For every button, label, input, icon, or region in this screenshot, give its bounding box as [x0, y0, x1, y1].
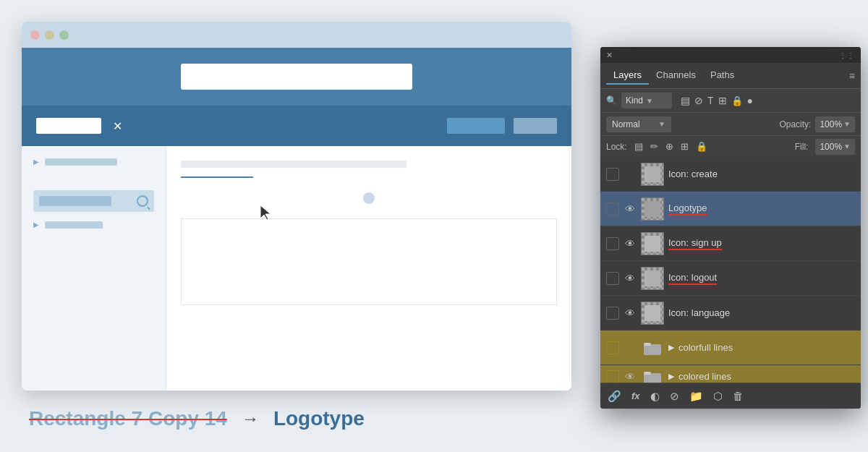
layer-name-colored: colored lines	[678, 371, 855, 382]
layer-folder-colored	[641, 365, 664, 383]
layer-checkbox-create[interactable]	[606, 168, 619, 181]
mockup-header	[22, 48, 571, 106]
opacity-label: Opacity:	[779, 119, 811, 129]
sidebar-row-1: ▶	[33, 158, 154, 166]
filter-icon-dot: ●	[747, 95, 753, 106]
lock-icon-image[interactable]: ▤	[634, 141, 643, 152]
layer-name-logout: Icon: logout	[668, 272, 855, 285]
sidebar-search-bar	[39, 196, 111, 206]
layer-name-signup: Icon: sign up	[668, 237, 855, 250]
panel-link-icon[interactable]: 🔗	[608, 390, 621, 403]
panel-lock-row: Lock: ▤ ✏ ⊕ ⊞ 🔒 Fill: 100% ▼	[600, 135, 861, 157]
mockup-line-1	[181, 161, 407, 168]
panel-folder-icon[interactable]: 📁	[689, 390, 703, 403]
layer-thumb-language	[641, 302, 664, 325]
tab-channels[interactable]: Channels	[649, 67, 703, 85]
layer-name-signup-text: Icon: sign up	[668, 237, 722, 250]
layer-name-colorful: colorfull lines	[678, 342, 855, 353]
layer-checkbox-logotype[interactable]	[606, 202, 619, 216]
original-layer-name: Rectangle 7 Copy 14	[29, 407, 227, 430]
layer-row-logotype[interactable]: 👁 Logotype	[600, 192, 861, 226]
filter-dropdown-arrow: ▼	[646, 97, 653, 105]
layer-checkbox-logout[interactable]	[606, 272, 619, 285]
panel-fx-icon[interactable]: fx	[631, 391, 640, 401]
panel-delete-icon[interactable]: 🗑	[733, 390, 744, 402]
lock-icon-artboard[interactable]: ⊞	[681, 141, 689, 152]
panel-tabs: Layers Channels Paths ≡	[600, 63, 861, 89]
panel-filter-row: 🔍 Kind ▼ ▤ ⊘ T ⊞ 🔒 ●	[600, 89, 861, 112]
layer-eye-logotype[interactable]: 👁	[624, 203, 637, 215]
rename-arrow: →	[242, 409, 259, 429]
panel-drag-handle: ⋮⋮	[839, 51, 855, 59]
traffic-light-red	[30, 30, 40, 40]
mockup-search-bar	[181, 64, 412, 90]
sidebar-search	[33, 190, 154, 212]
svg-rect-3	[644, 373, 661, 383]
panel-blend-row: Normal ▼ Opacity: 100% ▼	[600, 112, 861, 135]
traffic-light-green	[59, 30, 69, 40]
layers-panel: ✕ ⋮⋮ Layers Channels Paths ≡ 🔍 Kind ▼ ▤ …	[600, 47, 861, 409]
layer-checkbox-language[interactable]	[606, 307, 619, 320]
layer-row-language[interactable]: 👁 Icon: language	[600, 296, 861, 331]
layer-thumb-signup	[641, 232, 664, 255]
opacity-dropdown-arrow: ▼	[843, 120, 851, 128]
panel-artboard-icon[interactable]: ⬡	[713, 390, 723, 403]
svg-marker-0	[260, 205, 271, 220]
panel-menu-icon[interactable]: ≡	[849, 70, 855, 82]
fill-value[interactable]: 100% ▼	[815, 139, 855, 155]
opacity-value[interactable]: 100% ▼	[815, 116, 855, 132]
layer-row-signup[interactable]: 👁 Icon: sign up	[600, 226, 861, 261]
filter-icon-shape: ⊞	[718, 95, 727, 106]
filter-icon-lock: 🔒	[731, 95, 743, 106]
lock-icon-lock[interactable]: 🔒	[696, 141, 707, 152]
layer-folder-colorful	[641, 336, 664, 359]
layer-eye-logout[interactable]: 👁	[624, 273, 637, 284]
traffic-light-yellow	[45, 30, 54, 40]
layer-eye-colored[interactable]: 👁	[624, 371, 637, 383]
mockup-titlebar	[22, 22, 571, 48]
lock-label: Lock:	[606, 142, 627, 152]
fill-label: Fill:	[795, 142, 809, 152]
sidebar-row-2: ▶	[33, 221, 154, 229]
layer-thumb-create	[641, 163, 664, 186]
cursor-icon	[259, 204, 273, 221]
nav-item-1	[36, 118, 101, 134]
lock-icon-move[interactable]: ⊕	[665, 141, 673, 152]
layer-eye-signup[interactable]: 👁	[624, 238, 637, 250]
layers-list: Icon: create 👁 Logotype 👁 Icon: sign up	[600, 157, 861, 383]
layer-row-create[interactable]: Icon: create	[600, 157, 861, 192]
layer-checkbox-colored[interactable]	[606, 370, 619, 383]
mockup-divider	[181, 176, 253, 178]
layer-checkbox-signup[interactable]	[606, 237, 619, 250]
mockup-content: ▶ ▶	[22, 146, 571, 391]
filter-icon-circle: ⊘	[694, 95, 703, 106]
layer-checkbox-colorful[interactable]	[606, 341, 619, 354]
panel-close-button[interactable]: ✕	[606, 51, 613, 60]
nav-close-icon: ✕	[113, 119, 122, 133]
lock-icon-pen[interactable]: ✏	[650, 141, 658, 152]
layer-name-language: Icon: language	[668, 307, 855, 318]
sidebar-line-2	[45, 221, 103, 229]
nav-btn-gray	[514, 118, 557, 134]
filter-kind-select[interactable]: Kind ▼	[621, 93, 672, 108]
panel-mask-icon[interactable]: ⊘	[670, 390, 679, 403]
nav-btn-blue	[447, 118, 505, 134]
filter-icon-image: ▤	[681, 95, 690, 106]
fill-dropdown-arrow: ▼	[843, 142, 851, 150]
svg-rect-4	[644, 372, 651, 375]
filter-icon-text: T	[707, 95, 714, 106]
tab-paths[interactable]: Paths	[703, 67, 741, 85]
mockup-circle	[363, 192, 375, 204]
layer-row-colored[interactable]: 👁 ▶ colored lines	[600, 365, 861, 383]
blend-mode-select[interactable]: Normal ▼	[606, 116, 671, 132]
layer-row-colorful[interactable]: ▶ colorfull lines	[600, 331, 861, 365]
layer-eye-language[interactable]: 👁	[624, 307, 637, 319]
mockup-sidebar: ▶ ▶	[22, 146, 166, 391]
layer-name-logout-text: Icon: logout	[668, 272, 717, 285]
panel-adjustment-icon[interactable]: ◐	[650, 390, 660, 403]
layer-row-logout[interactable]: 👁 Icon: logout	[600, 261, 861, 296]
layer-name-logotype: Logotype	[668, 202, 855, 216]
svg-rect-2	[644, 343, 651, 346]
tab-layers[interactable]: Layers	[606, 67, 649, 85]
layer-group-arrow-colored: ▶	[668, 372, 674, 381]
